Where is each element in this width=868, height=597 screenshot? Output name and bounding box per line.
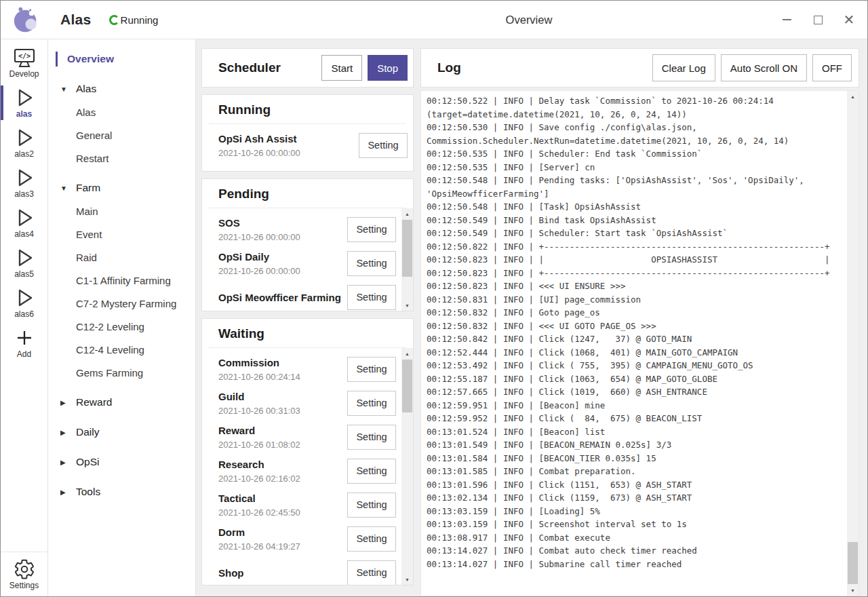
instance-sidebar: </>Developalasalas2alas3alas4alas5alas6A… (1, 39, 48, 596)
task-row: Guild2021-10-26 00:31:03Setting (218, 386, 396, 420)
nav-item-c7-2-mystery-farming[interactable]: C7-2 Mystery Farming (48, 292, 195, 315)
nav-group-reward[interactable]: ▶Reward (48, 391, 195, 414)
log-line: 00:13:01.585 | INFO | Combat preparation… (427, 465, 844, 478)
app-window: Alas Running Overview ✕ </>Developalasal… (0, 0, 868, 597)
scroll-down-icon[interactable]: ▼ (401, 574, 413, 585)
log-line: 00:12:50.549 | INFO | Bind task OpsiAshA… (427, 214, 844, 227)
running-card: Running OpSi Ash Assist2021-10-26 00:00:… (201, 94, 414, 172)
maximize-button[interactable] (808, 9, 828, 30)
scheduler-card: Scheduler Start Stop (201, 48, 414, 88)
plus-icon (14, 327, 35, 349)
waiting-card: Waiting Commission2021-10-26 00:24:14Set… (201, 318, 414, 585)
nav-item-alas[interactable]: Alas (48, 100, 195, 123)
log-line: 00:12:50.842 | INFO | Click (1247, 37) @… (427, 332, 844, 346)
task-time: 2021-10-26 00:24:14 (218, 372, 343, 383)
scroll-up-icon[interactable]: ▲ (401, 208, 413, 219)
gear-icon (14, 558, 35, 580)
task-time: 2021-10-26 01:08:02 (218, 440, 343, 450)
autoscroll-off-button[interactable]: OFF (812, 54, 852, 81)
nav-group-tools[interactable]: ▶Tools (48, 480, 195, 503)
sidebar-item-label: alas2 (14, 149, 34, 159)
sidebar-item-alas[interactable]: alas (1, 83, 47, 123)
task-row: Dorm2021-10-26 04:19:27Setting (218, 522, 396, 556)
task-time: 2021-10-26 02:16:02 (218, 474, 343, 484)
nav-item-c1-1-affinity-farming[interactable]: C1-1 Affinity Farming (48, 269, 195, 292)
task-time: 2021-10-26 00:31:03 (218, 406, 343, 417)
task-time: 2021-10-26 04:19:27 (218, 541, 343, 552)
setting-button[interactable]: Setting (359, 133, 408, 158)
log-line: 00:12:57.665 | INFO | Click (1019, 660) … (427, 385, 844, 399)
setting-button[interactable]: Setting (347, 560, 396, 585)
log-line: Commission.Scheduler.NextRun=datetime.da… (427, 134, 844, 148)
nav-item-event[interactable]: Event (48, 223, 195, 246)
log-scrollbar-thumb[interactable] (848, 542, 858, 584)
setting-button[interactable]: Setting (347, 357, 396, 382)
sidebar-item-alas3[interactable]: alas3 (1, 163, 47, 203)
nav-item-overview[interactable]: Overview (48, 47, 195, 71)
svg-text:</>: </> (18, 52, 30, 60)
play-icon (13, 247, 36, 269)
sidebar-settings-label: Settings (9, 581, 39, 590)
nav-item-general[interactable]: General (48, 123, 195, 147)
nav-group-label: Farm (76, 182, 100, 194)
pending-scrollbar-thumb[interactable] (402, 220, 412, 277)
nav-item-c12-2-leveling[interactable]: C12-2 Leveling (48, 315, 195, 338)
task-name: Shop (218, 566, 343, 579)
sidebar-item-settings[interactable]: Settings (1, 552, 47, 596)
sidebar-item-alas4[interactable]: alas4 (1, 203, 47, 243)
nav-item-raid[interactable]: Raid (48, 246, 195, 269)
sidebar-item-label: alas5 (14, 269, 34, 279)
setting-button[interactable]: Setting (347, 217, 396, 242)
clear-log-button[interactable]: Clear Log (652, 54, 715, 81)
running-spinner-icon (109, 15, 119, 25)
scroll-down-icon[interactable]: ▼ (401, 300, 413, 311)
nav-group-alas[interactable]: ▼Alas (48, 77, 195, 100)
autoscroll-on-button[interactable]: Auto Scroll ON (721, 54, 807, 81)
main-content: Scheduler Start Stop Running OpSi Ash As… (196, 39, 867, 596)
scroll-down-icon[interactable]: ▼ (847, 585, 859, 596)
stop-button[interactable]: Stop (368, 55, 408, 81)
chevron-down-icon: ▼ (60, 185, 71, 192)
log-line: 00:12:50.548 | INFO | [Task] OpsiAshAssi… (427, 200, 844, 214)
minimize-button[interactable] (776, 9, 797, 30)
nav-item-gems-farming[interactable]: Gems Farming (48, 361, 195, 384)
scroll-up-icon[interactable]: ▲ (847, 91, 859, 102)
sidebar-item-alas5[interactable]: alas5 (1, 243, 47, 283)
scroll-up-icon[interactable]: ▲ (401, 348, 413, 359)
sidebar-item-alas6[interactable]: alas6 (1, 283, 47, 323)
code-monitor-icon: </> (12, 47, 37, 69)
waiting-scrollbar-thumb[interactable] (402, 360, 412, 412)
setting-button[interactable]: Setting (347, 251, 396, 276)
app-logo-icon (12, 5, 40, 34)
task-name: Research (218, 458, 343, 471)
task-time: 2021-10-26 00:00:00 (218, 266, 343, 277)
log-column: Log Clear Log Auto Scroll ON OFF 00:12:5… (420, 48, 859, 596)
log-line: 00:12:53.492 | INFO | Click ( 755, 395) … (427, 359, 844, 372)
task-name: OpSi Ash Assist (218, 132, 355, 145)
setting-button[interactable]: Setting (347, 526, 396, 552)
log-line: 00:12:55.187 | INFO | Click (1063, 654) … (427, 372, 844, 386)
status-label: Running (121, 14, 159, 26)
nav-item-main[interactable]: Main (48, 199, 195, 223)
task-name: Dorm (218, 526, 343, 539)
running-list: OpSi Ash Assist2021-10-26 00:00:00Settin… (202, 124, 413, 171)
nav-group-opsi[interactable]: ▶OpSi (48, 450, 195, 474)
start-button[interactable]: Start (321, 55, 362, 81)
setting-button[interactable]: Setting (347, 391, 396, 416)
close-button[interactable]: ✕ (839, 9, 859, 30)
nav-item-restart[interactable]: Restart (48, 147, 195, 170)
running-rows: OpSi Ash Assist2021-10-26 00:00:00Settin… (202, 124, 413, 171)
setting-button[interactable]: Setting (347, 425, 396, 450)
sidebar-item-alas2[interactable]: alas2 (1, 123, 47, 163)
nav-group-daily[interactable]: ▶Daily (48, 421, 195, 444)
nav-group-farm[interactable]: ▼Farm (48, 176, 195, 199)
task-name: Guild (218, 390, 343, 403)
sidebar-item-develop[interactable]: </>Develop (1, 43, 47, 83)
sidebar-item-add[interactable]: Add (1, 323, 47, 363)
nav-item-c12-4-leveling[interactable]: C12-4 Leveling (48, 338, 195, 361)
setting-button[interactable]: Setting (347, 493, 396, 518)
setting-button[interactable]: Setting (347, 285, 396, 310)
nav-menu: Overview ▼AlasAlasGeneralRestart▼FarmMai… (48, 39, 196, 596)
log-line: 00:12:50.823 | INFO | | OPSIASHASSIST | (427, 253, 844, 267)
setting-button[interactable]: Setting (347, 459, 396, 484)
